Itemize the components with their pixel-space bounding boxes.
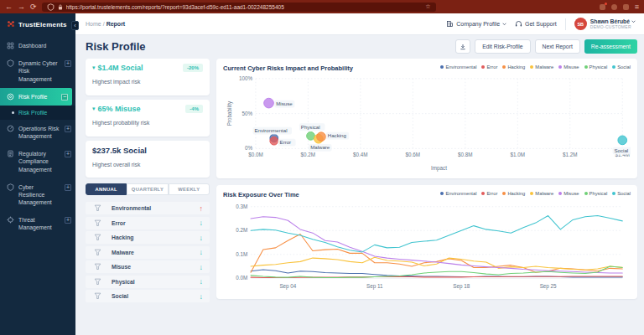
user-menu[interactable]: SB Shawn Bérubé DEMO-CUSTOMER: [574, 18, 636, 30]
svg-text:$0.0M: $0.0M: [248, 152, 263, 157]
legend-item-hacking[interactable]: Hacking: [502, 191, 525, 196]
scatter-point-hacking[interactable]: Hacking: [317, 132, 349, 142]
breadcrumb-home[interactable]: Home: [86, 21, 101, 27]
tab-annual[interactable]: ANNUAL: [86, 183, 127, 195]
risk-row-hacking[interactable]: Hacking↓: [86, 231, 210, 244]
sidebar-collapse-button[interactable]: ‹: [71, 21, 79, 30]
sidebar-item-cyber-resilience-management[interactable]: Cyber Resilience Management+: [0, 178, 75, 212]
get-support-link[interactable]: Get Support: [515, 20, 557, 28]
edit-risk-profile-button[interactable]: Edit Risk-Profile: [475, 39, 530, 54]
lock-icon: [58, 4, 63, 10]
line-series-malware[interactable]: [251, 257, 622, 270]
tab-quarterly[interactable]: QUARTERLY: [127, 183, 168, 195]
url-text: https://portal.trustelements.com/reports…: [66, 4, 284, 10]
risk-row-environmental[interactable]: Environmental↑: [86, 202, 210, 214]
line-series-physical[interactable]: [251, 266, 622, 277]
risk-category-list: Environmental↑Error↓Hacking↓Malware↓Misu…: [86, 202, 210, 302]
filter-funnel-icon[interactable]: [94, 292, 101, 300]
legend-item-social[interactable]: Social: [612, 64, 631, 70]
app-logo[interactable]: TrustElements: [0, 13, 75, 37]
legend-dot-icon: [584, 65, 588, 69]
scatter-point-social[interactable]: Social: [613, 136, 631, 154]
legend-item-environmental[interactable]: Environmental: [440, 64, 476, 70]
browser-url-bar[interactable]: https://portal.trustelements.com/reports…: [42, 3, 436, 12]
svg-text:Probability: Probability: [226, 100, 233, 126]
filter-funnel-icon[interactable]: [94, 263, 101, 271]
card-value: $1.4M Social: [98, 64, 143, 72]
next-report-button[interactable]: Next Report: [535, 39, 580, 54]
sidebar-item-dashboard[interactable]: Dashboard: [0, 37, 75, 54]
filter-funnel-icon[interactable]: [94, 219, 101, 227]
legend-item-environmental[interactable]: Environmental: [440, 191, 476, 196]
app-logo-text: TrustElements: [18, 21, 67, 28]
legend-item-social[interactable]: Social: [612, 191, 631, 196]
expand-toggle-icon[interactable]: +: [65, 184, 71, 191]
legend-dot-icon: [584, 192, 588, 195]
legend-item-physical[interactable]: Physical: [584, 64, 608, 70]
gauge-icon: [7, 125, 14, 132]
legend-item-error[interactable]: Error: [481, 191, 497, 196]
svg-text:Hacking: Hacking: [328, 132, 346, 138]
browser-forward-icon[interactable]: →: [18, 0, 25, 13]
crosshair-icon: [7, 216, 14, 224]
legend-item-physical[interactable]: Physical: [584, 191, 608, 196]
extension-icon[interactable]: [611, 4, 617, 10]
sidebar-subitem-label: Risk Profile: [18, 110, 47, 116]
scatter-point-misuse[interactable]: Misuse: [264, 98, 295, 108]
extension-icon[interactable]: [623, 4, 629, 10]
risk-row-social[interactable]: Social↓: [86, 290, 210, 302]
filter-funnel-icon[interactable]: [94, 204, 101, 212]
breadcrumb-separator: /: [103, 21, 105, 27]
chevron-down-icon: [502, 23, 506, 26]
legend-item-misuse[interactable]: Misuse: [558, 64, 579, 70]
expand-toggle-icon[interactable]: +: [65, 151, 71, 157]
legend-item-malware[interactable]: Malware: [530, 191, 553, 196]
trend-down-icon: ↓: [200, 248, 204, 256]
sidebar-item-operations-risk-management[interactable]: Operations Risk Management+: [0, 120, 75, 145]
download-report-button[interactable]: [455, 39, 470, 54]
browser-menu-icon[interactable]: ≡: [635, 0, 639, 13]
risk-row-error[interactable]: Error↓: [86, 217, 210, 229]
legend-item-error[interactable]: Error: [481, 64, 497, 70]
chevron-down-icon: [631, 20, 636, 23]
legend-item-misuse[interactable]: Misuse: [558, 191, 579, 196]
legend-item-hacking[interactable]: Hacking: [502, 64, 525, 70]
legend-dot-icon: [612, 192, 615, 195]
get-support-label: Get Support: [525, 21, 557, 27]
legend-item-malware[interactable]: Malware: [530, 64, 553, 70]
line-series-social[interactable]: [251, 215, 622, 251]
expand-toggle-icon[interactable]: +: [65, 217, 71, 224]
line-chart[interactable]: 0.0M0.1M0.2M0.3MSep 04Sep 11Sep 18Sep 25: [223, 200, 631, 296]
legend-dot-icon: [612, 65, 615, 69]
reassessment-button[interactable]: Re-assessment: [584, 39, 637, 54]
scatter-panel: Current Cyber Risks Impact and Probabili…: [216, 59, 637, 178]
tab-weekly[interactable]: WEEKLY: [169, 183, 210, 195]
header-divider: [565, 18, 566, 30]
risk-row-misuse[interactable]: Misuse↓: [86, 260, 210, 273]
company-profile-menu[interactable]: Company Profile: [446, 20, 506, 28]
extension-icon[interactable]: [600, 4, 605, 10]
svg-text:$0.8M: $0.8M: [458, 152, 473, 157]
sidebar-item-dynamic-cyber-risk-management[interactable]: Dynamic Cyber Risk Management+: [0, 54, 75, 88]
browser-back-icon[interactable]: ←: [5, 0, 13, 13]
sidebar-item-threat-management[interactable]: Threat Management+: [0, 211, 75, 236]
card-subtitle: Highest impact risk: [92, 79, 203, 85]
expand-toggle-icon[interactable]: +: [65, 60, 71, 67]
sidebar-item-risk-profile[interactable]: Risk Profile−: [0, 88, 72, 106]
line-series-environmental[interactable]: [251, 270, 622, 277]
filter-funnel-icon[interactable]: [94, 234, 101, 241]
expand-toggle-icon[interactable]: −: [61, 94, 68, 100]
sidebar-subitem-risk-profile[interactable]: Risk Profile: [0, 106, 75, 120]
risk-row-malware[interactable]: Malware↓: [86, 246, 210, 259]
expand-toggle-icon[interactable]: +: [65, 126, 71, 132]
line-panel: Risk Exposure Over Time EnvironmentalErr…: [216, 185, 637, 300]
browser-reload-icon[interactable]: ⟳: [30, 0, 37, 13]
scatter-chart[interactable]: $0.0M$0.2M$0.4M$0.6M$0.8M$1.0M$1.2M$1.4M…: [223, 74, 631, 175]
sidebar-item-regulatory-compliance-management[interactable]: Regulatory Compliance Management+: [0, 145, 75, 178]
filter-funnel-icon[interactable]: [94, 249, 101, 256]
svg-text:Social: Social: [615, 147, 629, 153]
risk-row-physical[interactable]: Physical↓: [86, 276, 210, 288]
bookmark-star-icon[interactable]: ☆: [425, 3, 430, 10]
scatter-point-error[interactable]: Error: [270, 137, 296, 146]
filter-funnel-icon[interactable]: [94, 278, 101, 286]
